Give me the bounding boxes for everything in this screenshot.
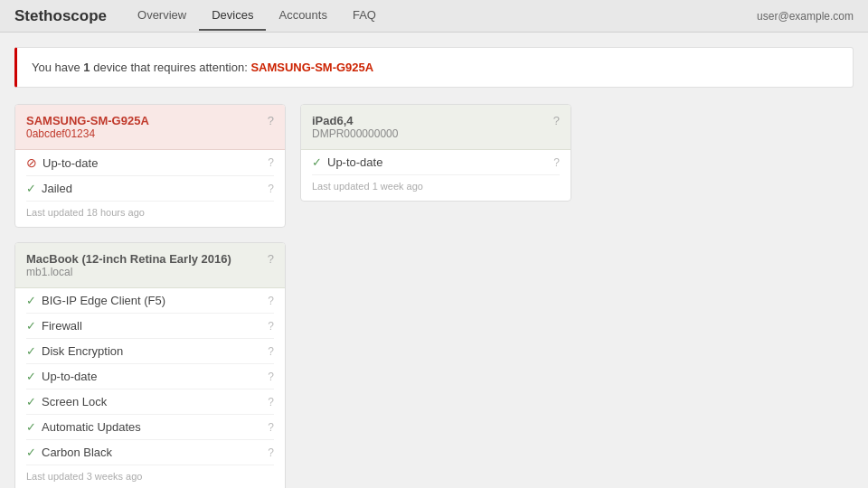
check-label-uptodate-ipad: ✓ Up-to-date xyxy=(312,155,382,169)
device-help-samsung[interactable]: ? xyxy=(268,114,274,127)
device-updated-macbook: Last updated 3 weeks ago xyxy=(26,465,274,482)
check-help-firewall[interactable]: ? xyxy=(268,320,274,333)
check-fail-icon: ⊘ xyxy=(26,155,37,170)
check-row-uptodate-macbook: ✓ Up-to-date ? xyxy=(26,364,274,389)
device-help-macbook[interactable]: ? xyxy=(268,252,274,266)
check-row-bigip: ✓ BIG-IP Edge Client (F5) ? xyxy=(26,288,274,314)
nav-faq[interactable]: FAQ xyxy=(340,1,389,31)
alert-banner: You have 1 device that requires attentio… xyxy=(14,47,854,88)
check-help-autoupdates[interactable]: ? xyxy=(268,421,274,434)
check-ok-icon-carbonblack: ✓ xyxy=(26,446,36,459)
check-text-uptodate-samsung: Up-to-date xyxy=(42,156,98,170)
check-label-bigip: ✓ BIG-IP Edge Client (F5) xyxy=(26,294,165,307)
device-card-samsung: SAMSUNG-SM-G925A 0abcdef01234 ? ⊘ Up-to-… xyxy=(14,104,286,228)
check-help-screenlock[interactable]: ? xyxy=(268,396,274,408)
check-row-diskenc: ✓ Disk Encryption ? xyxy=(26,339,274,364)
device-card-ipad: iPad6,4 DMPR000000000 ? ✓ Up-to-date ? L… xyxy=(300,104,571,202)
check-ok-icon-bigip: ✓ xyxy=(26,294,36,307)
check-label-autoupdates: ✓ Automatic Updates xyxy=(26,420,141,434)
check-label-diskenc: ✓ Disk Encryption xyxy=(26,344,123,358)
device-body-macbook: ✓ BIG-IP Edge Client (F5) ? ✓ Firewall ?… xyxy=(15,288,285,488)
nav-accounts[interactable]: Accounts xyxy=(266,1,339,31)
main-content: You have 1 device that requires attentio… xyxy=(0,33,868,488)
device-name-macbook: MacBook (12-inch Retina Early 2016) xyxy=(26,252,231,266)
check-ok-icon-autoupdates: ✓ xyxy=(26,420,36,434)
device-card-header-macbook: MacBook (12-inch Retina Early 2016) mb1.… xyxy=(15,243,285,288)
check-label-screenlock: ✓ Screen Lock xyxy=(26,395,107,408)
check-text-jailed-samsung: Jailed xyxy=(42,182,72,195)
check-ok-icon-ipad: ✓ xyxy=(312,155,322,169)
devices-grid: SAMSUNG-SM-G925A 0abcdef01234 ? ⊘ Up-to-… xyxy=(14,104,854,488)
check-help-jailed-samsung[interactable]: ? xyxy=(268,183,274,195)
navbar: Stethoscope Overview Devices Accounts FA… xyxy=(0,0,868,33)
nav-devices[interactable]: Devices xyxy=(199,1,266,31)
device-card-header-ipad: iPad6,4 DMPR000000000 ? xyxy=(301,105,571,150)
check-text-bigip: BIG-IP Edge Client (F5) xyxy=(42,294,165,307)
device-id-ipad: DMPR000000000 xyxy=(312,127,398,140)
device-body-samsung: ⊘ Up-to-date ? ✓ Jailed ? Last updated 1… xyxy=(15,150,285,227)
alert-device-link[interactable]: SAMSUNG-SM-G925A xyxy=(250,61,373,74)
alert-prefix: You have xyxy=(32,61,83,74)
check-ok-icon-screenlock: ✓ xyxy=(26,395,36,408)
device-body-ipad: ✓ Up-to-date ? Last updated 1 week ago xyxy=(301,150,571,201)
check-help-uptodate-macbook[interactable]: ? xyxy=(268,371,274,383)
check-help-bigip[interactable]: ? xyxy=(268,295,274,307)
check-ok-icon-diskenc: ✓ xyxy=(26,344,36,358)
check-text-uptodate-ipad: Up-to-date xyxy=(327,155,382,169)
check-row-uptodate-samsung: ⊘ Up-to-date ? xyxy=(26,150,274,176)
check-label-jailed-samsung: ✓ Jailed xyxy=(26,182,72,195)
check-label-uptodate-samsung: ⊘ Up-to-date xyxy=(26,155,98,170)
check-help-carbonblack[interactable]: ? xyxy=(268,446,274,459)
device-help-ipad[interactable]: ? xyxy=(553,114,560,127)
check-help-uptodate-samsung[interactable]: ? xyxy=(268,156,274,169)
check-text-uptodate-macbook: Up-to-date xyxy=(42,370,97,383)
device-info-ipad: iPad6,4 DMPR000000000 xyxy=(312,114,398,140)
device-updated-ipad: Last updated 1 week ago xyxy=(312,175,560,192)
device-card-macbook: MacBook (12-inch Retina Early 2016) mb1.… xyxy=(14,242,286,488)
check-row-firewall: ✓ Firewall ? xyxy=(26,314,274,339)
check-text-autoupdates: Automatic Updates xyxy=(42,420,141,434)
device-name-ipad: iPad6,4 xyxy=(312,114,398,127)
device-info-samsung: SAMSUNG-SM-G925A 0abcdef01234 xyxy=(26,114,149,140)
check-row-carbonblack: ✓ Carbon Black ? xyxy=(26,440,274,465)
check-ok-icon-firewall: ✓ xyxy=(26,319,36,333)
check-ok-icon-uptodate-macbook: ✓ xyxy=(26,370,36,383)
check-label-firewall: ✓ Firewall xyxy=(26,319,82,333)
check-help-diskenc[interactable]: ? xyxy=(268,345,274,358)
check-row-jailed-samsung: ✓ Jailed ? xyxy=(26,176,274,202)
device-name-samsung: SAMSUNG-SM-G925A xyxy=(26,114,149,127)
check-text-diskenc: Disk Encryption xyxy=(42,344,123,358)
nav-overview[interactable]: Overview xyxy=(125,1,199,31)
check-text-firewall: Firewall xyxy=(42,319,82,333)
check-row-autoupdates: ✓ Automatic Updates ? xyxy=(26,415,274,440)
check-label-carbonblack: ✓ Carbon Black xyxy=(26,446,112,459)
check-label-uptodate-macbook: ✓ Up-to-date xyxy=(26,370,97,383)
device-updated-samsung: Last updated 18 hours ago xyxy=(26,202,274,218)
alert-count: 1 xyxy=(83,61,90,74)
alert-middle: device that requires attention: xyxy=(90,61,251,74)
check-ok-icon: ✓ xyxy=(26,182,36,195)
device-id-macbook: mb1.local xyxy=(26,266,231,278)
check-text-screenlock: Screen Lock xyxy=(42,395,107,408)
device-card-header-samsung: SAMSUNG-SM-G925A 0abcdef01234 ? xyxy=(15,105,285,150)
check-row-screenlock: ✓ Screen Lock ? xyxy=(26,389,274,415)
check-row-uptodate-ipad: ✓ Up-to-date ? xyxy=(312,150,560,175)
device-id-samsung: 0abcdef01234 xyxy=(26,127,149,140)
check-text-carbonblack: Carbon Black xyxy=(42,446,112,459)
device-info-macbook: MacBook (12-inch Retina Early 2016) mb1.… xyxy=(26,252,231,278)
app-brand: Stethoscope xyxy=(14,7,107,25)
user-email: user@example.com xyxy=(757,10,854,23)
check-help-uptodate-ipad[interactable]: ? xyxy=(553,156,560,169)
nav-links: Overview Devices Accounts FAQ xyxy=(125,1,757,31)
